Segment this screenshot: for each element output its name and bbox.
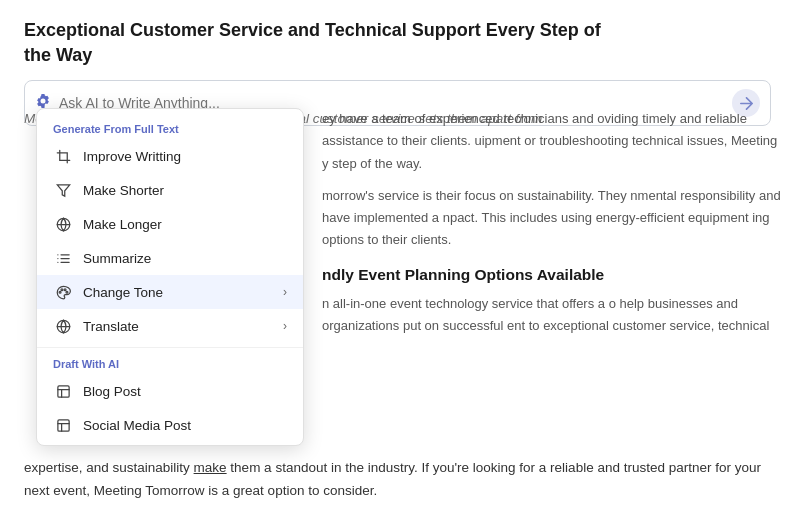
right-panel-text: ey have a team of experienced technician… bbox=[322, 108, 783, 338]
translate-label: Translate bbox=[83, 319, 283, 334]
menu-item-tone[interactable]: Change Tone › bbox=[37, 275, 303, 309]
right-heading: ndly Event Planning Options Available bbox=[322, 262, 783, 288]
dropdown-scroll-area[interactable]: Generate From Full Text Improve Writting bbox=[37, 117, 303, 437]
social-icon bbox=[53, 415, 73, 435]
bottom-text-before: expertise, and sustainability bbox=[24, 460, 194, 475]
bottom-text: expertise, and sustainability make them … bbox=[24, 457, 771, 518]
menu-item-longer[interactable]: Make Longer bbox=[37, 207, 303, 241]
right-para-1: ey have a team of experienced technician… bbox=[322, 108, 783, 175]
right-para-2: morrow's service is their focus on susta… bbox=[322, 185, 783, 252]
globe-icon bbox=[53, 214, 73, 234]
list-icon bbox=[53, 248, 73, 268]
svg-point-10 bbox=[61, 288, 63, 290]
menu-item-blog[interactable]: Blog Post bbox=[37, 374, 303, 408]
section-generate-label: Generate From Full Text bbox=[37, 117, 303, 139]
social-label: Social Media Post bbox=[83, 418, 287, 433]
crop-icon bbox=[53, 146, 73, 166]
menu-item-summarize[interactable]: Summarize bbox=[37, 241, 303, 275]
page-container: Exceptional Customer Service and Technic… bbox=[0, 0, 795, 518]
palette-icon bbox=[53, 282, 73, 302]
shorter-label: Make Shorter bbox=[83, 183, 287, 198]
dropdown-menu: Generate From Full Text Improve Writting bbox=[36, 108, 304, 446]
svg-rect-15 bbox=[57, 385, 68, 396]
svg-point-9 bbox=[59, 291, 61, 293]
funnel-icon bbox=[53, 180, 73, 200]
section-draft-label: Draft With AI bbox=[37, 352, 303, 374]
summarize-label: Summarize bbox=[83, 251, 287, 266]
longer-label: Make Longer bbox=[83, 217, 287, 232]
article-title: Exceptional Customer Service and Technic… bbox=[24, 18, 771, 68]
tone-arrow-icon: › bbox=[283, 285, 287, 299]
svg-marker-0 bbox=[57, 184, 70, 195]
svg-point-12 bbox=[66, 291, 68, 293]
menu-item-social[interactable]: Social Media Post bbox=[37, 408, 303, 437]
menu-divider bbox=[37, 347, 303, 348]
translate-icon bbox=[53, 316, 73, 336]
right-para-3: n all-in-one event technology service th… bbox=[322, 293, 783, 338]
tone-label: Change Tone bbox=[83, 285, 283, 300]
translate-arrow-icon: › bbox=[283, 319, 287, 333]
improve-label: Improve Writting bbox=[83, 149, 287, 164]
bottom-text-underline: make bbox=[194, 460, 227, 475]
svg-rect-18 bbox=[57, 419, 68, 430]
menu-item-improve[interactable]: Improve Writting bbox=[37, 139, 303, 173]
blog-label: Blog Post bbox=[83, 384, 287, 399]
menu-item-translate[interactable]: Translate › bbox=[37, 309, 303, 343]
svg-point-11 bbox=[64, 288, 66, 290]
menu-item-shorter[interactable]: Make Shorter bbox=[37, 173, 303, 207]
blog-icon bbox=[53, 381, 73, 401]
